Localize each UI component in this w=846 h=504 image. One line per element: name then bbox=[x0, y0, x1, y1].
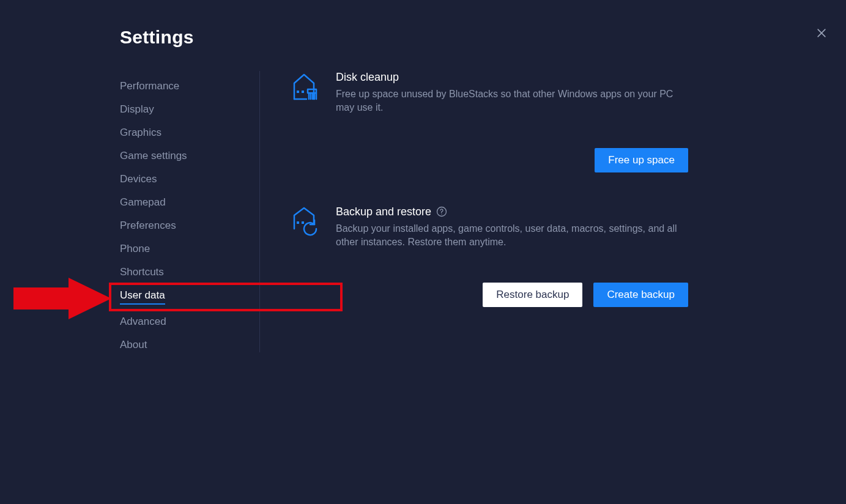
sidebar-item-label: Gamepad bbox=[120, 196, 166, 208]
sidebar-item-label: Graphics bbox=[120, 127, 161, 138]
section-desc: Free up space unused by BlueStacks so th… bbox=[336, 87, 678, 115]
svg-rect-4 bbox=[302, 91, 304, 93]
sidebar-item-label: Advanced bbox=[120, 316, 166, 327]
section-backup-restore: Backup and restore Backup your installed… bbox=[289, 206, 688, 250]
main-panel: Disk cleanup Free up space unused by Blu… bbox=[260, 27, 725, 504]
close-button[interactable] bbox=[812, 24, 831, 44]
sidebar-item-label: User data bbox=[120, 289, 165, 305]
svg-point-13 bbox=[441, 214, 442, 215]
settings-window: Settings Performance Display Graphics Ga… bbox=[0, 0, 846, 504]
sidebar-item-advanced[interactable]: Advanced bbox=[120, 310, 259, 333]
section-disk-cleanup: Disk cleanup Free up space unused by Blu… bbox=[289, 71, 688, 115]
backup-restore-icon bbox=[289, 207, 319, 236]
backup-restore-actions: Restore backup Create backup bbox=[336, 283, 688, 307]
sidebar-item-game-settings[interactable]: Game settings bbox=[120, 144, 259, 168]
nav-list: Performance Display Graphics Game settin… bbox=[120, 75, 259, 357]
help-icon[interactable] bbox=[436, 206, 447, 217]
sidebar-item-label: Shortcuts bbox=[120, 266, 164, 278]
create-backup-button[interactable]: Create backup bbox=[593, 283, 688, 307]
sidebar-item-about[interactable]: About bbox=[120, 333, 259, 357]
section-title: Disk cleanup bbox=[336, 71, 688, 84]
svg-rect-11 bbox=[302, 221, 304, 224]
sidebar-item-label: Preferences bbox=[120, 220, 176, 231]
sidebar-item-label: Phone bbox=[120, 243, 150, 254]
sidebar-item-label: About bbox=[120, 339, 147, 350]
section-title-label: Backup and restore bbox=[336, 206, 431, 218]
disk-cleanup-icon bbox=[289, 72, 319, 102]
sidebar-item-label: Display bbox=[120, 103, 154, 115]
sidebar-item-gamepad[interactable]: Gamepad bbox=[120, 191, 259, 214]
sidebar-item-graphics[interactable]: Graphics bbox=[120, 121, 259, 144]
close-icon bbox=[815, 27, 828, 42]
free-up-space-button[interactable]: Free up space bbox=[595, 148, 688, 172]
sidebar-item-performance[interactable]: Performance bbox=[120, 75, 259, 98]
svg-rect-10 bbox=[297, 221, 299, 224]
sidebar-item-display[interactable]: Display bbox=[120, 98, 259, 121]
sidebar-item-preferences[interactable]: Preferences bbox=[120, 214, 259, 237]
sidebar-item-devices[interactable]: Devices bbox=[120, 168, 259, 191]
disk-cleanup-actions: Free up space bbox=[336, 148, 688, 172]
sidebar: Settings Performance Display Graphics Ga… bbox=[120, 27, 259, 504]
svg-rect-3 bbox=[297, 91, 299, 93]
sidebar-item-label: Devices bbox=[120, 173, 157, 185]
page-title: Settings bbox=[120, 27, 259, 48]
sidebar-item-user-data[interactable]: User data bbox=[120, 284, 259, 310]
sidebar-item-label: Game settings bbox=[120, 150, 187, 161]
restore-backup-button[interactable]: Restore backup bbox=[483, 283, 582, 307]
section-desc: Backup your installed apps, game control… bbox=[336, 222, 678, 250]
sidebar-item-label: Performance bbox=[120, 80, 179, 92]
sidebar-item-phone[interactable]: Phone bbox=[120, 237, 259, 261]
section-title: Backup and restore bbox=[336, 206, 688, 218]
sidebar-item-shortcuts[interactable]: Shortcuts bbox=[120, 261, 259, 284]
